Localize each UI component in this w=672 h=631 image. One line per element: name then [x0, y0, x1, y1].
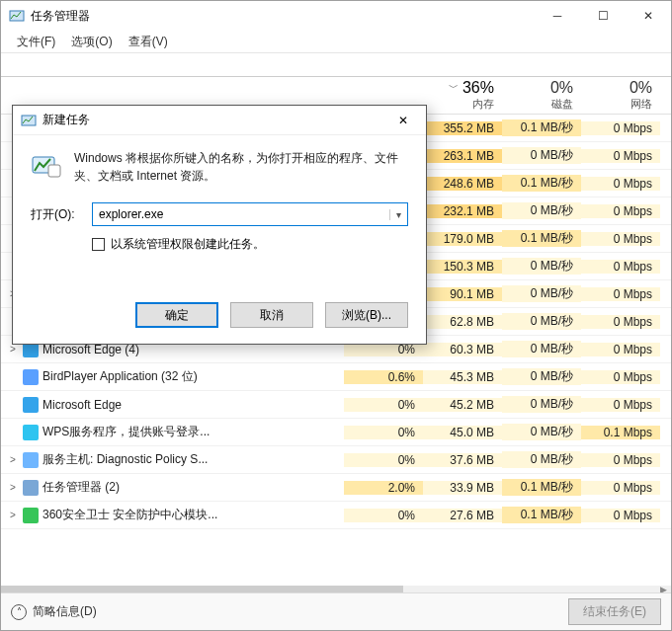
new-task-dialog: 新建任务 ✕ Windows 将根据你所键入的名称，为你打开相应的程序、文件夹、… [12, 105, 427, 345]
net-cell: 0.1 Mbps [581, 426, 660, 439]
disk-cell: 0.1 MB/秒 [502, 175, 581, 192]
process-icon [23, 508, 39, 523]
cpu-cell: 0% [344, 398, 423, 412]
open-input[interactable] [93, 203, 389, 225]
cpu-cell: 0% [344, 453, 423, 467]
menu-file[interactable]: 文件(F) [11, 32, 61, 52]
name-cell: >任务管理器 (2) [1, 479, 344, 496]
open-dropdown-icon[interactable]: ▾ [389, 209, 407, 220]
mem-usage-pct: 36% [462, 79, 494, 97]
menu-view[interactable]: 查看(V) [123, 32, 174, 52]
svg-rect-3 [48, 165, 60, 177]
net-cell: 0 Mbps [581, 315, 660, 329]
disk-cell: 0.1 MB/秒 [502, 479, 581, 496]
process-icon [23, 397, 39, 413]
window-controls: ─ ☐ ✕ [535, 1, 671, 31]
dialog-buttons: 确定 取消 浏览(B)... [13, 302, 426, 344]
body: ﹀ 36% 内存 0% 磁盘 0% 网络 355.2 MB0.1 MB/秒0 M… [1, 52, 671, 592]
scroll-right-icon[interactable]: ▶ [655, 586, 671, 592]
net-label: 网络 [630, 97, 652, 112]
scroll-thumb[interactable] [1, 586, 403, 592]
table-row[interactable]: >服务主机: Diagnostic Policy S...0%37.6 MB0 … [1, 446, 671, 474]
maximize-button[interactable]: ☐ [580, 1, 626, 31]
mem-cell: 62.8 MB [423, 315, 502, 329]
net-cell: 0 Mbps [581, 398, 660, 412]
disk-cell: 0 MB/秒 [502, 285, 581, 302]
taskmgr-icon [9, 8, 25, 24]
menu-options[interactable]: 选项(O) [65, 32, 118, 52]
disk-cell: 0 MB/秒 [502, 258, 581, 275]
disk-cell: 0 MB/秒 [502, 451, 581, 468]
dialog-title: 新建任务 [42, 112, 90, 128]
browse-button[interactable]: 浏览(B)... [325, 302, 408, 328]
horizontal-scrollbar[interactable]: ◀ ▶ [1, 586, 671, 592]
end-task-button[interactable]: 结束任务(E) [568, 598, 661, 625]
disk-cell: 0 MB/秒 [502, 202, 581, 219]
net-cell: 0 Mbps [581, 177, 660, 191]
expand-icon[interactable]: > [7, 482, 19, 493]
dialog-description: Windows 将根据你所键入的名称，为你打开相应的程序、文件夹、文档或 Int… [74, 149, 408, 185]
net-cell: 0 Mbps [581, 287, 660, 301]
expand-icon[interactable]: > [7, 510, 19, 520]
table-row[interactable]: >任务管理器 (2)2.0%33.9 MB0.1 MB/秒0 Mbps [1, 474, 671, 502]
process-name: WPS服务程序，提供账号登录... [42, 424, 210, 440]
process-icon [23, 425, 39, 440]
process-name: BirdPlayer Application (32 位) [42, 368, 198, 385]
dialog-body: Windows 将根据你所键入的名称，为你打开相应的程序、文件夹、文档或 Int… [13, 135, 426, 302]
mem-cell: 90.1 MB [423, 287, 502, 301]
mem-cell: 45.3 MB [423, 370, 502, 384]
disk-cell: 0 MB/秒 [502, 424, 581, 440]
table-row[interactable]: >360安全卫士 安全防护中心模块...0%27.6 MB0.1 MB/秒0 M… [1, 502, 671, 529]
col-net-header[interactable]: 0% 网络 [581, 79, 660, 112]
cpu-cell: 0% [344, 509, 423, 522]
mem-cell: 45.0 MB [423, 426, 502, 439]
fewer-details-label: 简略信息(D) [33, 603, 97, 620]
col-mem-header[interactable]: ﹀ 36% 内存 [423, 79, 502, 112]
cancel-button[interactable]: 取消 [230, 302, 313, 328]
run-icon [31, 149, 62, 181]
net-cell: 0 Mbps [581, 481, 660, 495]
net-cell: 0 Mbps [581, 121, 660, 135]
taskmgr-icon [21, 113, 37, 128]
process-name: 360安全卫士 安全防护中心模块... [42, 507, 217, 523]
close-button[interactable]: ✕ [626, 1, 671, 31]
dialog-titlebar: 新建任务 ✕ [13, 106, 426, 135]
fewer-details-button[interactable]: ˄ 简略信息(D) [11, 603, 97, 620]
disk-usage-pct: 0% [550, 79, 573, 97]
disk-cell: 0 MB/秒 [502, 147, 581, 164]
net-usage-pct: 0% [630, 79, 652, 97]
net-cell: 0 Mbps [581, 453, 660, 467]
table-row[interactable]: BirdPlayer Application (32 位)0.6%45.3 MB… [1, 363, 671, 391]
ok-button[interactable]: 确定 [135, 302, 218, 328]
mem-cell: 150.3 MB [423, 260, 502, 274]
open-combobox[interactable]: ▾ [92, 202, 408, 226]
net-cell: 0 Mbps [581, 232, 660, 246]
table-row[interactable]: Microsoft Edge0%45.2 MB0 MB/秒0 Mbps [1, 391, 671, 419]
process-name: Microsoft Edge [42, 398, 122, 412]
minimize-button[interactable]: ─ [535, 1, 580, 31]
expand-icon[interactable]: > [7, 344, 19, 355]
expand-icon[interactable]: > [7, 454, 19, 465]
mem-cell: 355.2 MB [423, 121, 502, 135]
cpu-cell: 2.0% [344, 481, 423, 495]
net-cell: 0 Mbps [581, 204, 660, 218]
mem-cell: 33.9 MB [423, 481, 502, 495]
disk-cell: 0.1 MB/秒 [502, 507, 581, 523]
mem-cell: 263.1 MB [423, 149, 502, 163]
table-row[interactable]: WPS服务程序，提供账号登录...0%45.0 MB0 MB/秒0.1 Mbps [1, 419, 671, 446]
net-cell: 0 Mbps [581, 343, 660, 356]
name-cell: >360安全卫士 安全防护中心模块... [1, 507, 344, 523]
mem-cell: 45.2 MB [423, 398, 502, 412]
mem-cell: 37.6 MB [423, 453, 502, 467]
disk-cell: 0 MB/秒 [502, 396, 581, 413]
admin-label: 以系统管理权限创建此任务。 [111, 236, 265, 253]
net-cell: 0 Mbps [581, 509, 660, 522]
disk-cell: 0 MB/秒 [502, 368, 581, 385]
net-cell: 0 Mbps [581, 260, 660, 274]
admin-checkbox[interactable] [92, 238, 105, 251]
col-disk-header[interactable]: 0% 磁盘 [502, 79, 581, 112]
mem-cell: 179.0 MB [423, 232, 502, 246]
name-cell: Microsoft Edge [1, 397, 344, 413]
mem-cell: 232.1 MB [423, 204, 502, 218]
dialog-close-button[interactable]: ✕ [380, 106, 426, 135]
